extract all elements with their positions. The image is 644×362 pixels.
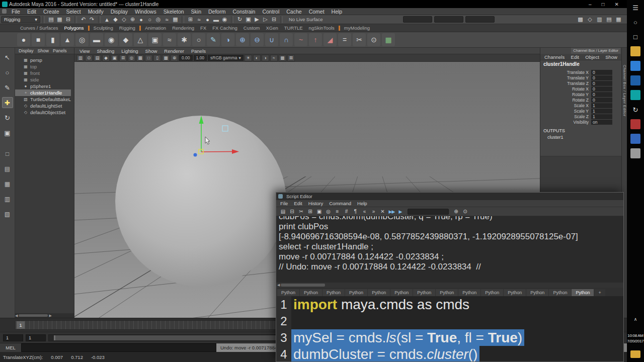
mask-all-icon[interactable]: ● (137, 16, 145, 24)
script-tab-python[interactable]: Python (300, 289, 322, 296)
sphere-mesh[interactable] (115, 116, 286, 287)
maximize-button[interactable]: □ (602, 2, 605, 7)
file-explorer-icon[interactable] (630, 46, 640, 56)
mask-handles-icon[interactable]: ○ (145, 16, 154, 24)
script-tab-python[interactable]: Python (458, 289, 480, 296)
find-icon[interactable]: ◎ (325, 208, 332, 215)
shelf-tab-mymodeling[interactable]: myModeling (341, 24, 373, 32)
mel-toggle-button[interactable]: MEL (0, 343, 21, 352)
xray-icon[interactable]: ⊠ (287, 55, 295, 61)
scrollbar-handle[interactable] (19, 314, 48, 317)
poly-cylinder-icon[interactable]: ▮ (46, 33, 59, 46)
channel-box-object-name[interactable]: cluster1Handle (540, 60, 621, 68)
scroll-left-icon[interactable]: ◀ (15, 314, 18, 318)
shelf-tab-curves-surfaces[interactable]: Curves / Surfaces (17, 24, 61, 32)
channel-box-vertical-tab[interactable]: Channel Box / Layer Editor (622, 65, 627, 117)
show-hidden-icons[interactable]: ∧ (627, 317, 644, 322)
tool-settings-icon[interactable]: ▤ (605, 16, 613, 24)
select-object-icon[interactable]: ◆ (111, 16, 120, 24)
comment-icon[interactable]: # (343, 208, 350, 215)
code-line-4[interactable]: 4dumbCluster = cmds.cluster() (276, 346, 623, 361)
script-tab-python[interactable]: Python (413, 289, 435, 296)
move-tool[interactable]: ✚ (2, 97, 13, 108)
script-tab-python[interactable]: Python (436, 289, 458, 296)
scale-tool[interactable]: ▣ (2, 127, 13, 138)
indent-icon[interactable]: ≡ (334, 208, 341, 215)
current-frame-marker[interactable]: 1 (17, 321, 25, 329)
viewport-menu-show[interactable]: Show (142, 48, 161, 54)
search-icon[interactable]: ○ (630, 17, 640, 27)
app-blue-3-icon[interactable] (630, 134, 640, 144)
shelf-tab-fx-caching[interactable]: FX Caching (209, 24, 240, 32)
script-tab-python[interactable]: Python (526, 289, 548, 296)
menu-skeleton[interactable]: Skeleton (160, 9, 188, 15)
new-scene-icon[interactable]: ▤ (47, 16, 55, 24)
poly-cone-icon[interactable]: ▲ (61, 33, 74, 46)
paint-select-tool[interactable]: ✎ (2, 82, 13, 93)
channel-value-field[interactable]: 0 (591, 98, 612, 103)
menu-edit[interactable]: Edit (24, 9, 40, 15)
poly-helix-icon[interactable]: ≈ (163, 33, 176, 46)
script-editor-window[interactable]: Script Editor FileEditHistoryCommandHelp… (276, 192, 624, 362)
combine-icon[interactable]: ⊕ (236, 33, 249, 46)
code-line-1[interactable]: 1import maya.cmds as cmds (276, 296, 623, 313)
poly-disc-icon[interactable]: ◉ (105, 33, 118, 46)
outliner-item-cluster1handle[interactable]: +cluster1Handle (15, 89, 71, 96)
resolution-gate-icon[interactable]: ▯ (153, 55, 161, 61)
command-input[interactable] (21, 343, 216, 352)
extrude-icon[interactable]: ↑ (309, 33, 322, 46)
path-completion-icon[interactable]: ⊙ (461, 208, 469, 215)
clear-history-icon[interactable]: ✕ (379, 208, 386, 215)
channel-box-menu-channels[interactable]: Channels (544, 54, 565, 60)
playback-start-field[interactable]: 1 (3, 334, 23, 341)
snap-curve-icon[interactable]: ≈ (195, 16, 203, 24)
menu-set-selector[interactable]: Rigging ▾ (1, 16, 40, 23)
script-editor-title-bar[interactable]: Script Editor (276, 193, 623, 200)
boolean-intersect-icon[interactable]: ∩ (280, 33, 293, 46)
multisample-icon[interactable]: ▩ (279, 55, 286, 61)
humanik-icon[interactable]: ◇ (586, 16, 594, 24)
sync-app-icon[interactable]: ↻ (630, 105, 640, 115)
viewport-menu-renderer[interactable]: Renderer (160, 48, 188, 54)
layout-persp-outliner[interactable]: ▥ (2, 194, 13, 205)
field-chart-icon[interactable]: ⊕ (171, 55, 178, 61)
channel-box-menu-edit[interactable]: Edit (571, 54, 579, 60)
outliner-item-defaultlightset[interactable]: ◇defaultLightSet (15, 103, 71, 109)
channel-value-field[interactable]: 1 (591, 109, 612, 114)
shelf-tab-sculpting[interactable]: Sculpting (91, 24, 116, 32)
channel-box-tab[interactable]: Channel Box / Layer Editor (540, 48, 621, 54)
select-component-icon[interactable]: ◇ (120, 16, 128, 24)
layout-four-pane[interactable]: ▦ (2, 178, 13, 190)
mirror-icon[interactable]: ◑ (221, 33, 234, 46)
poly-torus-icon[interactable]: ◎ (75, 33, 89, 46)
channel-value-field[interactable]: 0 (591, 70, 612, 75)
render-view-icon[interactable]: ▣ (244, 16, 253, 24)
snap-plane-icon[interactable]: ▬ (212, 16, 220, 24)
quick-input-field-1[interactable] (403, 16, 432, 23)
separate-icon[interactable]: ⊖ (251, 33, 264, 46)
shelf-tab-fx[interactable]: FX (197, 24, 209, 32)
pan-zoom-icon[interactable]: ⊞ (119, 55, 127, 61)
shelf-tab-turtle[interactable]: TURTLE (281, 24, 306, 32)
menu-control[interactable]: Control (259, 9, 283, 15)
layout-two-pane[interactable]: ▤ (2, 163, 13, 174)
bevel-icon[interactable]: ◢ (324, 33, 337, 46)
quick-input-field-3[interactable] (465, 16, 495, 23)
taskbar-clock[interactable]: 10:08 AM 7/20/2017 (627, 333, 644, 344)
quad-draw-icon[interactable]: ▦ (382, 33, 395, 46)
channel-value-field[interactable]: 1 (591, 103, 612, 108)
menu-comet[interactable]: Comet (305, 9, 328, 15)
menu-help[interactable]: Help (328, 9, 346, 15)
shelf-tab-xgen[interactable]: XGen (263, 24, 281, 32)
add-tab-button[interactable]: + (594, 289, 605, 296)
outliner-item-defaultobjectset[interactable]: ◇defaultObjectSet (15, 109, 71, 116)
outliner-menu-panels[interactable]: Panels (51, 48, 69, 53)
mask-joints-icon[interactable]: ◎ (154, 16, 163, 24)
menu-skin[interactable]: Skin (188, 9, 205, 15)
image-plane-icon[interactable]: ▣ (111, 55, 118, 61)
isolate-select-icon[interactable]: ◎ (128, 55, 135, 61)
modeling-toolkit-icon[interactable]: ▩ (576, 16, 585, 24)
target-weld-icon[interactable]: ⊙ (367, 33, 380, 46)
shelf-tab-animation[interactable]: Animation (142, 24, 169, 32)
redo-icon[interactable]: ↷ (88, 16, 96, 24)
